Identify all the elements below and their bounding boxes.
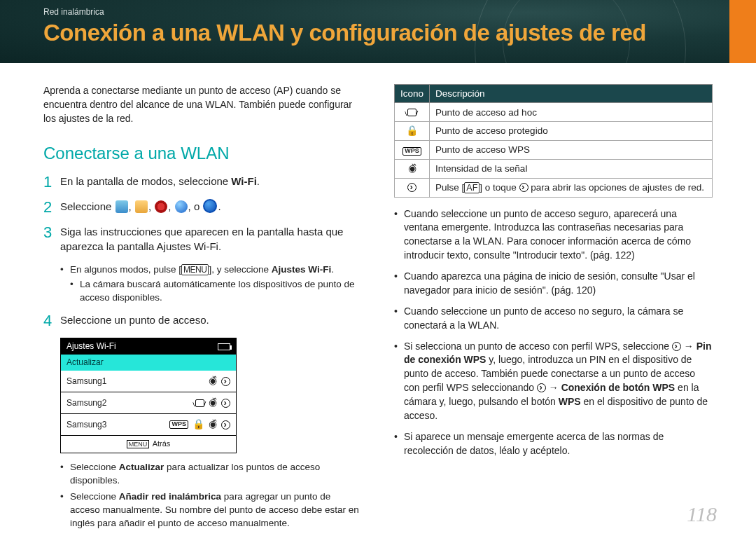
step-1-text: En la pantalla de modos, seleccione (60, 175, 231, 187)
wifi-network-name: Samsung2 (66, 397, 106, 409)
page-title: Conexión a una WLAN y configuración de a… (0, 17, 756, 46)
battery-icon (218, 343, 230, 350)
step-3: 3 Siga las instrucciones que aparecen en… (43, 224, 362, 254)
breadcrumb: Red inalámbrica (0, 0, 756, 17)
menu-label: MENU (127, 440, 150, 448)
options-arrow-icon[interactable] (221, 420, 230, 430)
af-button-glyph: AF (464, 182, 479, 193)
signal-icon: ◉᷈ (209, 418, 217, 432)
wps-icon: WPS (169, 420, 188, 429)
step-number: 2 (43, 199, 60, 216)
right-bullet-5: •Si aparece un mensaje emergente acerca … (394, 430, 713, 458)
step-4-text: Seleccione un punto de acceso. (60, 312, 362, 329)
step-4: 4 Seleccione un punto de acceso. (43, 312, 362, 329)
table-desc: Punto de acceso WPS (430, 140, 713, 159)
wifi-network-name: Samsung3 (66, 419, 106, 431)
lock-icon: 🔒 (406, 125, 418, 136)
table-row: 🔒 Punto de acceso protegido (395, 122, 713, 141)
wifi-panel-header: Ajustes Wi-Fi (61, 338, 236, 355)
wifi-network-name: Samsung1 (66, 376, 106, 387)
step-number: 4 (43, 312, 60, 329)
options-arrow-icon[interactable] (221, 377, 230, 386)
back-label: Atrás (153, 439, 171, 448)
step-3-sub-2: • La cámara buscará automáticamente los … (70, 277, 362, 304)
wifi-settings-panel: Ajustes Wi-Fi Actualizar Samsung1 ◉᷈ Sam… (60, 338, 237, 453)
table-desc: Pulse [AF] o toque para abrir las opcion… (430, 178, 713, 197)
wifi-refresh-row[interactable]: Actualizar (61, 355, 236, 371)
right-bullet-4: • Si selecciona un punto de acceso con p… (394, 340, 713, 423)
step-2: 2 Seleccione , , , , o . (43, 199, 362, 216)
record-service-icon (155, 200, 167, 213)
wifi-panel-title: Ajustes Wi-Fi (66, 341, 116, 352)
table-desc: Punto de acceso protegido (430, 122, 713, 141)
options-arrow-icon (407, 183, 416, 192)
lock-icon: 🔒 (192, 418, 204, 432)
options-arrow-icon (537, 383, 546, 392)
icon-description-table: Icono Descripción Punto de acceso ad hoc… (394, 84, 713, 198)
signal-icon: ◉᷈ (209, 396, 217, 410)
left-column: Aprenda a conectarse mediante un punto d… (43, 84, 362, 531)
options-arrow-icon[interactable] (221, 399, 230, 408)
table-header-desc: Descripción (430, 85, 713, 103)
share-service-icon (203, 199, 217, 213)
right-bullet-2: •Cuando aparezca una página de inicio de… (394, 270, 713, 298)
wifi-network-row[interactable]: Samsung3 WPS 🔒 ◉᷈ (61, 414, 236, 436)
right-column: Icono Descripción Punto de acceso ad hoc… (394, 84, 713, 531)
signal-icon: ◉᷈ (209, 374, 217, 388)
section-tab (729, 0, 756, 63)
step-3-sub-1: • En algunos modos, pulse [MENU], y sele… (60, 263, 362, 276)
page-number: 118 (687, 502, 717, 526)
globe-service-icon (175, 200, 188, 213)
adhoc-icon (195, 399, 204, 407)
table-row: Pulse [AF] o toque para abrir las opcion… (395, 178, 713, 197)
step-1: 1 En la pantalla de modos, seleccione Wi… (43, 174, 362, 191)
step-1-bold: Wi-Fi (231, 175, 257, 187)
step-2-text: Seleccione (60, 200, 115, 212)
options-arrow-icon (519, 183, 528, 192)
wifi-panel-footer: MENU Atrás (61, 436, 236, 453)
right-bullet-3: •Cuando seleccione un punto de acceso no… (394, 305, 713, 333)
signal-icon: ◉᷈ (408, 163, 416, 174)
options-arrow-icon (672, 342, 681, 351)
step-number: 1 (43, 174, 60, 191)
intro-text: Aprenda a conectarse mediante un punto d… (43, 84, 362, 126)
step-number: 3 (43, 224, 60, 254)
table-row: ◉᷈ Intensidad de la señal (395, 159, 713, 178)
post-panel-bullet-2: • Seleccione Añadir red inalámbrica para… (60, 490, 362, 530)
adhoc-icon (407, 109, 416, 116)
table-row: Punto de acceso ad hoc (395, 103, 713, 122)
header-banner: Red inalámbrica Conexión a una WLAN y co… (0, 0, 756, 63)
step-3-text: Siga las instrucciones que aparecen en l… (60, 224, 362, 254)
post-panel-bullet-1: • Seleccione Actualizar para actualizar … (60, 460, 362, 487)
menu-button-glyph: MENU (181, 264, 209, 275)
table-row: WPS Punto de acceso WPS (395, 140, 713, 159)
wps-icon: WPS (402, 147, 421, 156)
photo-service-icon (135, 200, 148, 213)
wifi-network-row[interactable]: Samsung2 ◉᷈ (61, 392, 236, 414)
wifi-network-row[interactable]: Samsung1 ◉᷈ (61, 371, 236, 392)
table-desc: Punto de acceso ad hoc (430, 103, 713, 122)
table-header-icon: Icono (395, 85, 430, 103)
section-subhead: Conectarse a una WLAN (43, 142, 362, 165)
right-bullet-1: •Cuando seleccione un punto de acceso se… (394, 207, 713, 263)
cloud-service-icon (115, 200, 128, 213)
table-desc: Intensidad de la señal (430, 159, 713, 178)
